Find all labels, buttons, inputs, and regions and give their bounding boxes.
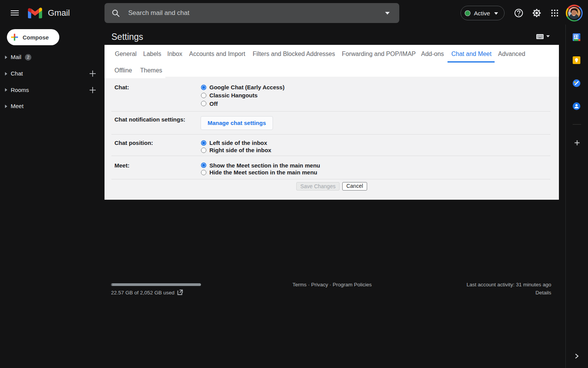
svg-text:31: 31 xyxy=(574,34,579,39)
